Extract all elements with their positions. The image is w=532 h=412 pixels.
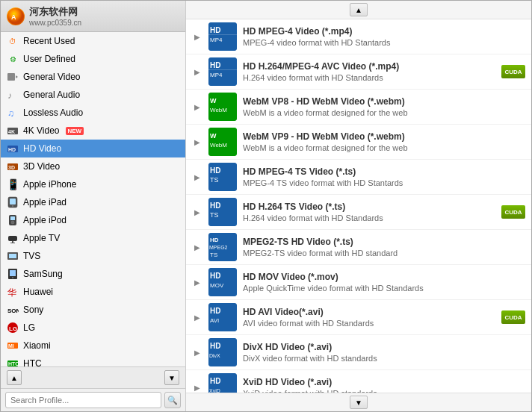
sidebar-scroll-up[interactable]: ▲ — [7, 370, 22, 385]
sidebar-list: ⏱ Recent Used ⚙ User Defined General Vid… — [1, 32, 185, 366]
format-arrow: ▶ — [192, 382, 202, 393]
sidebar-item-apple-ipad[interactable]: Apple iPad — [1, 193, 185, 211]
format-desc: AVI video format with HD Standards — [243, 319, 525, 328]
sidebar-item-apple-ipod[interactable]: Apple iPod — [1, 211, 185, 229]
format-arrow: ▶ — [192, 242, 202, 252]
sidebar-item-lossless-audio[interactable]: ♫ Lossless Audio — [1, 104, 185, 122]
search-bar: 🔍 — [1, 388, 185, 411]
iphone-icon: 📱 — [7, 178, 19, 190]
sidebar-item-huawei[interactable]: 华 Huawei — [1, 283, 185, 301]
format-desc: MPEG-4 TS video format with HD Stantards — [243, 178, 525, 187]
format-item[interactable]: ▶ HDMP4 HD H.264/MPEG-4 AVC Video (*.mp4… — [186, 54, 531, 90]
format-desc: MPEG-4 video format with HD Stantards — [243, 38, 525, 47]
svg-text:TS: TS — [210, 176, 219, 184]
format-item[interactable]: ▶ HDMOV HD MOV Video (*.mov) Apple Quick… — [186, 265, 531, 300]
format-icon: WWebM — [208, 93, 237, 121]
sidebar-label-gaudio: General Audio — [23, 90, 80, 100]
sony-icon: SONY — [7, 304, 19, 316]
format-title: HD MPEG-4 Video (*.mp4) — [243, 26, 525, 37]
search-input[interactable] — [5, 392, 161, 408]
svg-point-25 — [12, 277, 13, 278]
right-panel: ▲ ▶ HDMP4 HD MPEG-4 Video (*.mp4) MPEG-4… — [186, 1, 531, 411]
sidebar-label-user: User Defined — [23, 54, 75, 64]
format-item[interactable]: ▶ HDTS HD H.264 TS Video (*.ts) H.264 vi… — [186, 195, 531, 230]
format-item[interactable]: ▶ HDXviD XviD HD Video (*.avi) XviD vide… — [186, 370, 531, 393]
sidebar-header: A 河东软件网 www.pc0359.cn — [1, 1, 185, 32]
search-button[interactable]: 🔍 — [164, 392, 181, 408]
svg-text:W: W — [210, 97, 217, 104]
right-scroll-down[interactable]: ▼ — [350, 396, 368, 409]
format-item[interactable]: ▶ HDDivX DivX HD Video (*.avi) DivX vide… — [186, 335, 531, 370]
format-title: MPEG2-TS HD Video (*.ts) — [243, 237, 525, 247]
svg-text:HD: HD — [210, 342, 220, 350]
format-text: XviD HD Video (*.avi) XviD video format … — [243, 377, 525, 393]
sidebar-label-gvideo: General Video — [23, 72, 81, 82]
svg-text:HD: HD — [210, 272, 220, 280]
format-text: DivX HD Video (*.avi) DivX video format … — [243, 342, 525, 363]
general-video-icon — [7, 71, 19, 83]
format-item[interactable]: ▶ HDMP4 HD MPEG-4 Video (*.mp4) MPEG-4 v… — [186, 19, 531, 54]
sidebar-item-sony[interactable]: SONY Sony — [1, 301, 185, 319]
svg-rect-18 — [8, 236, 17, 241]
format-text: HD MOV Video (*.mov) Apple QuickTime vid… — [243, 272, 525, 293]
svg-text:AVI: AVI — [210, 317, 219, 324]
format-text: HD MPEG-4 TS Video (*.ts) MPEG-4 TS vide… — [243, 166, 525, 187]
recent-icon: ⏱ — [7, 35, 19, 47]
svg-text:SONY: SONY — [7, 308, 19, 314]
format-title: DivX HD Video (*.avi) — [243, 342, 525, 352]
sidebar-label-3d: 3D Video — [23, 161, 60, 172]
lossless-audio-icon: ♫ — [7, 107, 19, 119]
format-title: HD H.264 TS Video (*.ts) — [243, 202, 525, 212]
sidebar-item-3d-video[interactable]: 3D 3D Video — [1, 157, 185, 175]
format-item[interactable]: ▶ WWebM WebM VP8 - HD WebM Video (*.webm… — [186, 90, 531, 125]
sidebar-label-htc: HTC — [23, 358, 42, 366]
format-text: HD MPEG-4 Video (*.mp4) MPEG-4 video for… — [243, 26, 525, 47]
format-text: HD H.264 TS Video (*.ts) H.264 video for… — [243, 202, 525, 222]
sidebar-item-apple-tv[interactable]: Apple TV — [1, 229, 185, 247]
format-item[interactable]: ▶ HDTS HD MPEG-4 TS Video (*.ts) MPEG-4 … — [186, 160, 531, 195]
sidebar-label-ipad: Apple iPad — [23, 197, 66, 207]
right-scroll-up[interactable]: ▲ — [350, 3, 368, 16]
format-title: WebM VP9 - HD WebM Video (*.webm) — [243, 131, 525, 142]
format-icon: HDAVI — [208, 303, 237, 331]
svg-text:3D: 3D — [8, 165, 15, 170]
format-arrow: ▶ — [192, 207, 202, 217]
format-item[interactable]: ▶ WWebM WebM VP9 - HD WebM Video (*.webm… — [186, 125, 531, 160]
svg-text:XviD: XviD — [209, 388, 220, 393]
svg-rect-22 — [9, 254, 16, 258]
sidebar-item-general-audio[interactable]: ♪ General Audio — [1, 86, 185, 104]
svg-text:HD: HD — [210, 166, 220, 175]
format-text: MPEG2-TS HD Video (*.ts) MPEG2-TS video … — [243, 237, 525, 258]
sidebar-item-tvs[interactable]: TVS — [1, 247, 185, 265]
sidebar-item-user-defined[interactable]: ⚙ User Defined — [1, 50, 185, 68]
sidebar-item-4k-video[interactable]: 4K 4K Video NEW — [1, 122, 185, 140]
format-item[interactable]: ▶ HDAVI HD AVI Video(*.avi) AVI video fo… — [186, 300, 531, 335]
format-desc: H.264 video format with HD Standards — [243, 73, 525, 82]
format-icon: HDMOV — [208, 268, 237, 296]
sidebar-item-general-video[interactable]: General Video — [1, 68, 185, 86]
format-icon: HDXviD — [208, 373, 237, 393]
svg-rect-16 — [10, 216, 15, 220]
sidebar-item-xiaomi[interactable]: MI Xiaomi — [1, 337, 185, 355]
app-logo: A — [7, 7, 25, 25]
svg-text:A: A — [11, 13, 16, 21]
format-icon: HDTS — [208, 198, 237, 226]
sidebar-label-lg: LG — [23, 322, 35, 333]
svg-rect-49 — [208, 34, 237, 35]
new-badge: NEW — [66, 127, 84, 135]
svg-text:LG: LG — [9, 325, 17, 332]
format-item[interactable]: ▶ HDMPEG2TS MPEG2-TS HD Video (*.ts) MPE… — [186, 230, 531, 265]
sidebar-label-recent: Recent Used — [23, 36, 75, 46]
sidebar-item-hd-video[interactable]: HD HD Video — [1, 140, 185, 157]
sidebar-item-samsung[interactable]: SamSung — [1, 265, 185, 283]
svg-text:HD: HD — [210, 307, 220, 315]
sidebar-item-recent-used[interactable]: ⏱ Recent Used — [1, 32, 185, 50]
ipad-icon — [7, 196, 19, 208]
sidebar-item-apple-iphone[interactable]: 📱 Apple iPhone — [1, 175, 185, 193]
right-scroll-up-area: ▲ — [186, 1, 531, 19]
sidebar-label-ipod: Apple iPod — [23, 215, 66, 225]
sidebar-item-htc[interactable]: HTC HTC — [1, 355, 185, 366]
sidebar-item-lg[interactable]: LG LG — [1, 319, 185, 337]
sidebar: A 河东软件网 www.pc0359.cn ⏱ Recent Used ⚙ Us… — [1, 1, 186, 411]
sidebar-scroll-down[interactable]: ▼ — [164, 370, 179, 385]
